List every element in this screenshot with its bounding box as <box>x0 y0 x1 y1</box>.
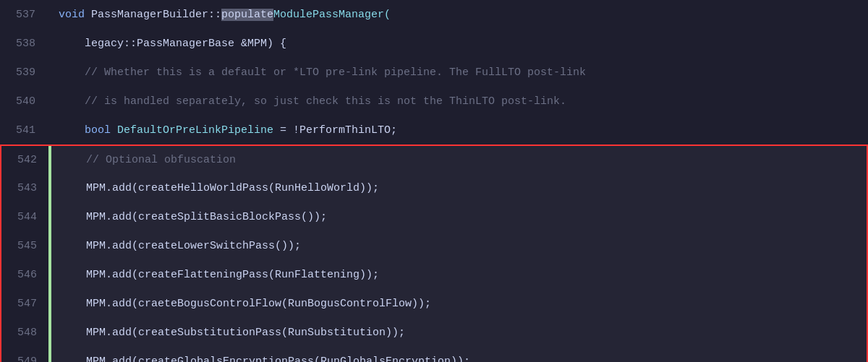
line-number: 547 <box>1 289 48 318</box>
line-number: 544 <box>1 202 48 231</box>
code-line: 544 MPM.add(createSplitBasicBlockPass())… <box>0 202 868 231</box>
code-line: 537void PassManagerBuilder::populateModu… <box>0 0 868 29</box>
code-line: 546 MPM.add(createFlatteningPass(RunFlat… <box>0 260 868 289</box>
token: MPM.add(createFlatteningPass(RunFlatteni… <box>60 269 379 281</box>
line-number: 545 <box>1 231 48 260</box>
token: ModulePassManager( <box>273 9 391 21</box>
line-number: 540 <box>0 87 47 116</box>
code-line: 539 // Whether this is a default or *LTO… <box>0 58 868 87</box>
token: populate <box>221 9 273 21</box>
line-number: 541 <box>0 116 47 145</box>
token: legacy::PassManagerBase &MPM) { <box>59 38 286 50</box>
line-number: 546 <box>1 260 48 289</box>
code-line: 541 bool DefaultOrPreLinkPipeline = !Per… <box>0 116 868 145</box>
line-content: MPM.add(createGlobalsEncryptionPass(RunG… <box>51 347 867 362</box>
line-content: MPM.add(createLowerSwitchPass()); <box>51 231 867 260</box>
code-line: 538 legacy::PassManagerBase &MPM) { <box>0 29 868 58</box>
token: DefaultOrPreLinkPipeline <box>117 124 273 137</box>
token: // Whether this is a default or *LTO pre… <box>59 66 586 79</box>
line-content: bool DefaultOrPreLinkPipeline = !Perform… <box>50 116 868 145</box>
code-line: 549 MPM.add(createGlobalsEncryptionPass(… <box>0 347 868 362</box>
line-content: MPM.add(craeteBogusControlFlow(RunBogusC… <box>51 289 867 318</box>
token: MPM.add(createLowerSwitchPass()); <box>60 240 301 252</box>
token: = !PerformThinLTO; <box>273 124 397 137</box>
token: MPM.add(createHelloWorldPass(RunHelloWor… <box>60 182 379 194</box>
code-line: 543 MPM.add(createHelloWorldPass(RunHell… <box>0 173 868 202</box>
line-number: 542 <box>1 146 48 173</box>
line-content: // Whether this is a default or *LTO pre… <box>50 58 868 87</box>
code-editor: 537void PassManagerBuilder::populateModu… <box>0 0 868 362</box>
code-line: 547 MPM.add(craeteBogusControlFlow(RunBo… <box>0 289 868 318</box>
line-number: 548 <box>1 318 48 347</box>
line-number: 543 <box>1 173 48 202</box>
line-content: MPM.add(createHelloWorldPass(RunHelloWor… <box>51 173 867 202</box>
code-line: 545 MPM.add(createLowerSwitchPass()); <box>0 231 868 260</box>
line-content: legacy::PassManagerBase &MPM) { <box>50 29 868 58</box>
token: MPM.add(createSubstitutionPass(RunSubsti… <box>60 327 405 339</box>
token: bool <box>59 124 117 137</box>
line-content: MPM.add(createSplitBasicBlockPass()); <box>51 202 867 231</box>
line-content: void PassManagerBuilder::populateModuleP… <box>50 0 868 29</box>
line-number: 539 <box>0 58 47 87</box>
code-line: 540 // is handled separately, so just ch… <box>0 87 868 116</box>
token: MPM.add(createGlobalsEncryptionPass(RunG… <box>60 355 470 363</box>
code-line: 542 // Optional obfuscation <box>0 145 868 173</box>
token: PassManagerBuilder:: <box>91 9 221 21</box>
line-number: 549 <box>1 347 48 362</box>
token: void <box>59 9 91 21</box>
code-line: 548 MPM.add(createSubstitutionPass(RunSu… <box>0 318 868 347</box>
token: MPM.add(craeteBogusControlFlow(RunBogusC… <box>60 298 431 310</box>
line-number: 538 <box>0 29 47 58</box>
line-content: // is handled separately, so just check … <box>50 87 868 116</box>
token: MPM.add(createSplitBasicBlockPass()); <box>60 211 327 223</box>
line-content: MPM.add(createFlatteningPass(RunFlatteni… <box>51 260 867 289</box>
line-content: MPM.add(createSubstitutionPass(RunSubsti… <box>51 318 867 347</box>
token: // Optional obfuscation <box>60 154 236 166</box>
token: // is handled separately, so just check … <box>59 95 566 108</box>
line-number: 537 <box>0 0 47 29</box>
line-content: // Optional obfuscation <box>51 146 867 173</box>
